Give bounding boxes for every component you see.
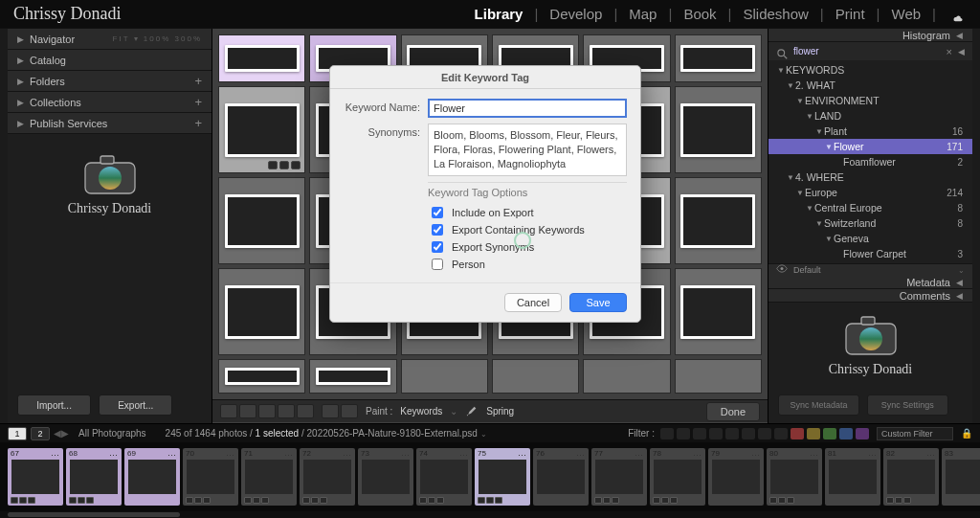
grid-cell[interactable] <box>675 359 762 394</box>
grid-cell[interactable] <box>675 177 762 264</box>
painter-brush-icon[interactable] <box>465 405 479 418</box>
module-library[interactable]: Library <box>471 6 527 22</box>
view-loupe-button[interactable] <box>239 404 256 418</box>
search-options-icon[interactable]: ◀ <box>958 47 965 56</box>
filmstrip-cell[interactable]: 76⋯ <box>533 448 589 506</box>
add-publish-icon[interactable]: + <box>194 116 202 130</box>
grid-cell[interactable] <box>675 86 762 173</box>
secondary-display-2[interactable]: 2 <box>31 427 50 440</box>
color-filter-red[interactable] <box>791 428 804 439</box>
grid-cell[interactable] <box>309 359 396 394</box>
filmstrip-cell[interactable]: 71⋯ <box>241 448 297 506</box>
filmstrip-cell[interactable]: 80⋯ <box>767 448 822 506</box>
filmstrip-cell[interactable]: 70⋯ <box>183 448 238 506</box>
import-button[interactable]: Import... <box>17 394 91 416</box>
filmstrip-cell[interactable]: 79⋯ <box>708 448 764 506</box>
comments-header[interactable]: Comments ◀ <box>768 289 972 303</box>
add-folder-icon[interactable]: + <box>194 74 202 88</box>
star-filter-icon[interactable] <box>725 428 739 439</box>
module-web[interactable]: Web <box>888 6 925 22</box>
filmstrip-scrollbar[interactable] <box>0 511 980 518</box>
flag-filter-icon[interactable] <box>660 428 674 439</box>
keyword-name-input[interactable] <box>428 99 627 118</box>
flag-filter-icon[interactable] <box>693 428 706 439</box>
painter-value[interactable]: Spring <box>486 406 514 417</box>
add-collection-icon[interactable]: + <box>194 95 202 109</box>
star-filter-icon[interactable] <box>758 428 771 439</box>
grid-cell[interactable] <box>583 359 670 394</box>
metadata-preset-bar[interactable]: Default ⌄ <box>768 263 972 276</box>
metadata-header[interactable]: Metadata ◀ <box>768 276 972 289</box>
filter-preset-dropdown[interactable]: Custom Filter <box>877 427 953 440</box>
save-button[interactable]: Save <box>569 293 627 312</box>
grid-cell[interactable] <box>218 177 305 264</box>
star-filter-icon[interactable] <box>709 428 723 439</box>
tree-row[interactable]: ▼ENVIRONMENT <box>768 93 972 108</box>
filmstrip-cell[interactable]: 73⋯ <box>358 448 413 506</box>
tree-row[interactable]: ▼Europe214 <box>768 185 972 200</box>
filmstrip-cell[interactable]: 81⋯ <box>825 448 880 506</box>
module-develop[interactable]: Develop <box>546 6 606 22</box>
clear-search-icon[interactable]: × <box>947 46 952 57</box>
collections-header[interactable]: ▶ Collections + <box>8 92 212 113</box>
tree-row-selected[interactable]: ▼Flower171 <box>768 139 972 154</box>
view-survey-button[interactable] <box>278 404 295 418</box>
sync-metadata-button[interactable]: Sync Metadata <box>778 394 859 416</box>
done-button[interactable]: Done <box>706 402 760 421</box>
tree-row[interactable]: ▼2. WHAT <box>768 78 972 93</box>
module-slideshow[interactable]: Slideshow <box>739 6 812 22</box>
tree-row[interactable]: Foamflower2 <box>768 154 972 169</box>
source-label[interactable]: All Photographs <box>78 428 146 439</box>
navigator-header[interactable]: ▶ Navigator FIT ▾ 100% 300% <box>8 29 212 50</box>
grid-cell[interactable] <box>218 268 305 355</box>
filmstrip-cell[interactable]: 82⋯ <box>883 448 939 506</box>
tree-row[interactable]: ▼Switzerland8 <box>768 215 972 231</box>
synonyms-box[interactable]: Bloom, Blooms, Blossom, Fleur, Fleurs, F… <box>428 124 627 176</box>
export-synonyms-checkbox[interactable] <box>432 241 443 253</box>
module-book[interactable]: Book <box>679 6 720 22</box>
sort-dir-button[interactable] <box>341 404 358 418</box>
person-checkbox[interactable] <box>432 259 443 270</box>
folders-header[interactable]: ▶ Folders + <box>8 71 212 92</box>
filmstrip-cell[interactable]: 67⋯ <box>8 448 63 506</box>
filter-lock-icon[interactable]: 🔒 <box>961 428 972 439</box>
grid-cell[interactable] <box>218 86 305 173</box>
back-icon[interactable]: ◀▶ <box>54 428 69 439</box>
filmstrip-cell[interactable]: 78⋯ <box>650 448 705 506</box>
filmstrip-cell[interactable]: 83⋯ <box>942 448 980 506</box>
histogram-header[interactable]: Histogram ◀ <box>768 29 972 42</box>
grid-cell[interactable] <box>218 359 305 394</box>
tree-row[interactable]: ▼LAND <box>768 108 972 124</box>
include-export-checkbox[interactable] <box>432 207 443 218</box>
star-filter-icon[interactable] <box>742 428 755 439</box>
grid-cell[interactable] <box>401 359 488 394</box>
filmstrip-cell[interactable]: 74⋯ <box>416 448 472 506</box>
color-filter-purple[interactable] <box>856 428 869 439</box>
sync-settings-button[interactable]: Sync Settings <box>867 394 948 416</box>
tree-row[interactable]: ▼Plant16 <box>768 124 972 139</box>
tree-row[interactable]: ▼4. WHERE <box>768 169 972 185</box>
publish-header[interactable]: ▶ Publish Services + <box>8 113 212 134</box>
flag-filter-icon[interactable] <box>677 428 690 439</box>
view-grid-button[interactable] <box>220 404 237 418</box>
color-filter-yellow[interactable] <box>807 428 820 439</box>
painter-mode[interactable]: Keywords <box>400 406 442 417</box>
color-filter-green[interactable] <box>823 428 836 439</box>
filmstrip-cell[interactable]: 72⋯ <box>300 448 355 506</box>
grid-cell[interactable] <box>492 359 579 394</box>
view-people-button[interactable] <box>297 404 314 418</box>
navigator-zoom-levels[interactable]: FIT ▾ 100% 300% <box>113 34 202 43</box>
star-filter-icon[interactable] <box>774 428 788 439</box>
export-containing-checkbox[interactable] <box>432 224 443 236</box>
view-compare-button[interactable] <box>258 404 276 418</box>
module-map[interactable]: Map <box>625 6 660 22</box>
keyword-search-input[interactable] <box>791 45 947 57</box>
filmstrip-cell-selected[interactable]: 75⋯ <box>475 448 530 506</box>
cloud-sync-icon[interactable] <box>949 9 967 20</box>
module-print[interactable]: Print <box>832 6 869 22</box>
tree-row[interactable]: ▼Central Europe8 <box>768 200 972 215</box>
filmstrip-cell[interactable]: 69⋯ <box>124 448 180 506</box>
color-filter-blue[interactable] <box>839 428 853 439</box>
secondary-display-1[interactable]: 1 <box>8 427 27 440</box>
export-button[interactable]: Export... <box>99 394 172 416</box>
